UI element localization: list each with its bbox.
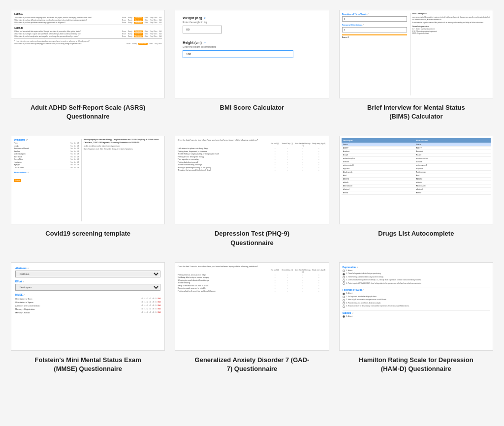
- height-label: Height (cm): [183, 41, 202, 44]
- card-hamd: Depression ↗ 0 - Absent 1 - These feelin…: [339, 262, 493, 373]
- label-drugs: Drugs List Autocomplete: [378, 229, 454, 238]
- thumbnail-bmi[interactable]: Weight (Kg) ↗ Enter the weight in Kg 80 …: [175, 10, 329, 98]
- thumbnail-drugs[interactable]: Descriptor Abbreviation Status Status AC…: [339, 136, 493, 224]
- card-asrs: PART-A 1. How often do you have trouble …: [11, 10, 165, 121]
- label-phq9: Depression Test (PHQ-9)Questionnaire: [215, 229, 289, 247]
- thumbnail-mmse[interactable]: Alertness ↗ Delirious Effort ↗ fair-to-p…: [11, 262, 165, 351]
- label-asrs: Adult ADHD Self-Report Scale (ASRS) Ques…: [11, 103, 165, 121]
- thumbnail-gad7[interactable]: Over the last 2 weeks, how often have yo…: [175, 262, 329, 351]
- label-hamd: Hamilton Rating Scale for Depression(HAM…: [359, 356, 473, 373]
- height-edit-icon: ↗: [203, 41, 206, 44]
- alertness-select[interactable]: Delirious: [15, 271, 160, 277]
- thumbnail-asrs[interactable]: PART-A 1. How often do you have trouble …: [11, 10, 165, 98]
- weight-edit-icon: ↗: [203, 16, 206, 20]
- weight-hint: Enter the weight in Kg: [183, 21, 321, 24]
- thumbnail-hamd[interactable]: Depression ↗ 0 - Absent 1 - These feelin…: [339, 262, 493, 351]
- height-hint: Enter the height in centimeters: [183, 45, 321, 48]
- thumbnail-covid19[interactable]: Symptoms ↗ Fever Yes No N/A cough Yes No…: [11, 136, 165, 224]
- card-mmse: Alertness ↗ Delirious Effort ↗ fair-to-p…: [11, 262, 165, 373]
- card-bmi: Weight (Kg) ↗ Enter the weight in Kg 80 …: [175, 10, 329, 121]
- main-grid: PART-A 1. How often do you have trouble …: [11, 10, 493, 373]
- label-bims: Brief Interview for Mental Status(BIMS) …: [367, 103, 465, 121]
- label-gad7: Generalized Anxiety Disorder 7 (GAD-7) Q…: [195, 356, 310, 373]
- label-covid19: Covid19 screening template: [45, 229, 130, 238]
- card-covid19: Symptoms ↗ Fever Yes No N/A cough Yes No…: [11, 136, 165, 247]
- thumbnail-phq9[interactable]: Over the last 2 weeks, how often have yo…: [175, 136, 329, 224]
- card-phq9: Over the last 2 weeks, how often have yo…: [175, 136, 329, 247]
- card-gad7: Over the last 2 weeks, how often have yo…: [175, 262, 329, 373]
- thumbnail-bims[interactable]: Repetition of Three Words ↗ 0 Temporal O…: [339, 10, 493, 98]
- height-input[interactable]: 180: [183, 50, 293, 58]
- label-bmi: BMI Score Calculator: [220, 103, 284, 112]
- effort-select[interactable]: fair-to-poor: [15, 284, 160, 291]
- card-drugs: Descriptor Abbreviation Status Status AC…: [339, 136, 493, 247]
- label-mmse: Folstein's Mini Mental Status Exam(MMSE)…: [35, 356, 141, 373]
- weight-label: Weight (Kg): [183, 16, 202, 20]
- card-bims: Repetition of Three Words ↗ 0 Temporal O…: [339, 10, 493, 121]
- submit-btn[interactable]: Submit: [14, 179, 21, 182]
- weight-input[interactable]: 80: [183, 26, 222, 33]
